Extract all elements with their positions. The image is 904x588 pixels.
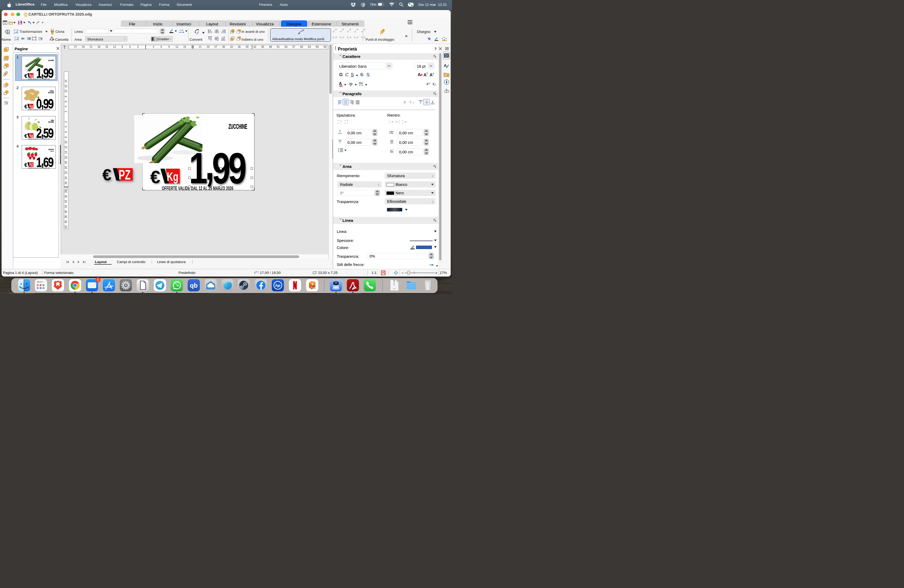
svg-text:Kg: Kg (29, 133, 33, 138)
svg-text:¶: ¶ (410, 100, 412, 104)
svg-text:Kg: Kg (167, 170, 179, 183)
svg-text:F: F (311, 282, 314, 286)
svg-text:€: € (24, 73, 27, 78)
svg-text:Kg: Kg (29, 73, 33, 77)
svg-text:ZIP: ZIP (393, 288, 396, 290)
svg-text:€: € (24, 133, 27, 138)
svg-text:€: € (150, 168, 160, 184)
svg-text:qb: qb (190, 282, 198, 289)
svg-text:FUS: FUS (311, 286, 316, 288)
svg-text:PZ: PZ (29, 162, 33, 167)
svg-text:A: A (444, 63, 447, 68)
svg-text:A: A (430, 73, 433, 77)
svg-text:A: A (418, 73, 421, 77)
svg-text:PZ: PZ (119, 168, 131, 181)
svg-text:€: € (102, 168, 111, 181)
svg-text:¶: ¶ (404, 100, 406, 104)
svg-text:€: € (24, 162, 27, 167)
svg-text:AV: AV (359, 81, 363, 85)
svg-text:hp: hp (275, 283, 280, 288)
svg-text:Kg: Kg (29, 104, 33, 108)
svg-text:€: € (24, 103, 27, 108)
svg-text:A: A (424, 73, 427, 77)
